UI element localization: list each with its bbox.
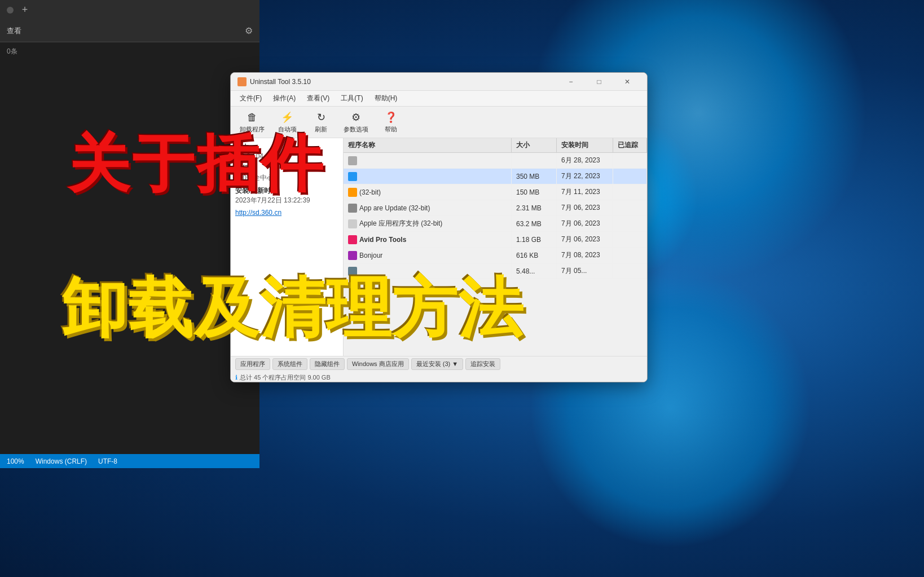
editor-statusbar: 100% Windows (CRLF) UTF-8 <box>0 454 259 468</box>
app-name-cell <box>344 263 512 279</box>
minimize-button[interactable]: − <box>558 73 584 91</box>
app-date-cell: 7月 06, 2023 <box>557 232 613 247</box>
th-name: 程序名称 <box>344 138 512 152</box>
help-label: 帮助 <box>385 125 397 134</box>
app-date-cell: 7月 05... <box>557 263 613 279</box>
tab-apps[interactable]: 应用程序 <box>235 358 270 370</box>
tab-hidden[interactable]: 隐藏组件 <box>310 358 345 370</box>
app-tracked-cell <box>613 248 647 263</box>
help-button[interactable]: ❓ 帮助 <box>375 108 407 136</box>
menu-view[interactable]: 查看(V) <box>302 91 334 105</box>
app-name-cell <box>344 153 512 168</box>
app-tracked-cell <box>613 153 647 168</box>
app-date-cell: 7月 08, 2023 <box>557 248 613 263</box>
website-link[interactable]: http://sd.360.cn <box>235 209 281 217</box>
app-date-cell: 6月 28, 2023 <box>557 153 613 168</box>
count-label: 0条 <box>7 47 17 55</box>
install-date-row: 安装/更新时间: 2023年7月22日 13:22:39 <box>235 186 338 205</box>
menu-file[interactable]: 文件(F) <box>235 91 266 105</box>
publisher-value: 360安全中心 <box>235 174 274 182</box>
app-name-cell: Avid Pro Tools <box>344 232 512 247</box>
app-tracked-cell <box>613 232 647 247</box>
install-date-label: 安装/更新时间: <box>235 186 338 196</box>
table-row[interactable]: App are Update (32-bit) 2.31 MB 7月 06, 2… <box>344 200 647 216</box>
refresh-button[interactable]: ↻ 刷新 <box>305 108 337 136</box>
menu-tools[interactable]: 工具(T) <box>336 91 367 105</box>
app-size-cell: 5.48... <box>512 263 557 279</box>
uninstall-icon: 🗑 <box>245 111 259 124</box>
maximize-button[interactable]: □ <box>586 73 612 91</box>
app-date-cell: 7月 06, 2023 <box>557 216 613 231</box>
settings-icon: ⚙ <box>349 111 363 124</box>
table-row[interactable]: 5.48... 7月 05... <box>344 263 647 279</box>
autostart-button[interactable]: ⚡ 自动项 <box>271 108 303 136</box>
line-ending: Windows (CRLF) <box>36 457 87 465</box>
app-tracked-cell <box>613 169 647 184</box>
table-header: 程序名称 大小 安装时间 已追踪 <box>344 138 647 153</box>
app-date-cell: 7月 11, 2023 <box>557 184 613 200</box>
app-size-cell: 2.31 MB <box>512 200 557 215</box>
publisher-label: 发行商: <box>235 164 338 173</box>
refresh-label: 刷新 <box>315 125 327 134</box>
app-tracked-cell <box>613 216 647 231</box>
editor-content: 0条 <box>0 42 259 61</box>
settings-icon[interactable]: ⚙ <box>245 25 253 36</box>
version-label: 版本: <box>235 143 338 152</box>
install-date-value: 2023年7月22日 13:22:39 <box>235 196 310 204</box>
window-statusbar: 应用程序 系统组件 隐藏组件 Windows 商店应用 最近安装 (3) ▼ 追… <box>231 356 647 382</box>
table-row[interactable]: Apple 应用程序支持 (32-bit) 63.2 MB 7月 06, 202… <box>344 216 647 232</box>
tab-tracked[interactable]: 追踪安装 <box>465 358 500 370</box>
uninstall-label: 卸载程序 <box>240 125 265 134</box>
status-info-bar: ℹ 总计 45 个程序占用空间 9.00 GB <box>231 372 647 383</box>
close-button[interactable]: ✕ <box>614 73 640 91</box>
app-icon <box>348 219 357 228</box>
app-icon <box>348 188 357 197</box>
help-icon: ❓ <box>384 111 398 124</box>
filter-tabs: 应用程序 系统组件 隐藏组件 Windows 商店应用 最近安装 (3) ▼ 追… <box>231 356 647 372</box>
autostart-label: 自动项 <box>278 125 297 134</box>
tab-system[interactable]: 系统组件 <box>272 358 307 370</box>
table-row[interactable]: (32-bit) 150 MB 7月 11, 2023 <box>344 184 647 200</box>
app-size-cell: 616 KB <box>512 248 557 263</box>
app-tracked-cell <box>613 200 647 215</box>
menu-bar: 文件(F) 操作(A) 查看(V) 工具(T) 帮助(H) <box>231 91 647 107</box>
tab-store[interactable]: Windows 商店应用 <box>347 358 409 370</box>
add-tab-button[interactable]: + <box>18 3 32 17</box>
uninstall-tool-window: Uninstall Tool 3.5.10 − □ ✕ 文件(F) 操作(A) … <box>230 72 648 382</box>
tab-indicator <box>7 7 14 14</box>
table-row[interactable]: 6月 28, 2023 <box>344 153 647 169</box>
table-row[interactable]: 350 MB 7月 22, 2023 <box>344 169 647 184</box>
app-name-cell: Apple 应用程序支持 (32-bit) <box>344 216 512 231</box>
settings-label: 参数选项 <box>344 125 368 134</box>
app-icon <box>348 172 357 181</box>
tab-recent[interactable]: 最近安装 (3) ▼ <box>411 358 463 370</box>
menu-help[interactable]: 帮助(H) <box>370 91 402 105</box>
app-icon <box>348 251 357 260</box>
uninstall-programs-button[interactable]: 🗑 卸载程序 <box>235 108 269 136</box>
app-size-cell: 1.18 GB <box>512 232 557 247</box>
app-date-cell: 7月 06, 2023 <box>557 200 613 215</box>
th-date: 安装时间 <box>557 138 613 152</box>
menu-action[interactable]: 操作(A) <box>269 91 300 105</box>
refresh-icon: ↻ <box>314 111 328 124</box>
left-editor-panel: + 查看 ⚙ 0条 100% Windows (CRLF) UTF-8 <box>0 0 259 468</box>
website-row: http://sd.360.cn <box>235 209 338 217</box>
table-body: 6月 28, 2023 350 MB 7月 22, 2023 (32-bit) … <box>344 153 647 382</box>
app-name-cell <box>344 169 512 184</box>
app-icon <box>348 156 357 165</box>
app-date-cell: 7月 22, 2023 <box>557 169 613 184</box>
th-tracked: 已追踪 <box>613 138 647 152</box>
avid-icon <box>348 235 357 244</box>
app-icon <box>348 204 357 213</box>
zoom-level: 100% <box>7 457 24 465</box>
window-controls: − □ ✕ <box>558 73 640 91</box>
table-row[interactable]: Avid Pro Tools 1.18 GB 7月 06, 2023 <box>344 232 647 248</box>
app-icon <box>237 77 247 86</box>
window-content: 版本: 7.0.0.104... 发行商: 360安全中心 安装/更新时间: 2… <box>231 138 647 382</box>
version-row: 版本: 7.0.0.104... <box>235 143 338 160</box>
editor-titlebar: + <box>0 0 259 20</box>
settings-button[interactable]: ⚙ 参数选项 <box>339 108 373 136</box>
app-tracked-cell <box>613 263 647 279</box>
table-row[interactable]: Bonjour 616 KB 7月 08, 2023 <box>344 248 647 263</box>
total-info: 总计 45 个程序占用空间 9.00 GB <box>240 373 331 382</box>
